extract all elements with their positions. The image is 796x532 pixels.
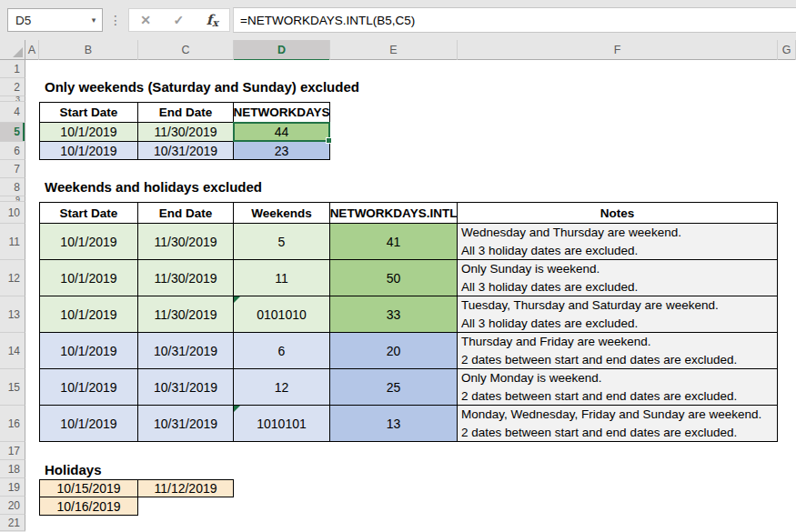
table2-notes[interactable]: Tuesday, Thursday and Saturday are weeke… bbox=[458, 296, 778, 333]
table1-header-0[interactable]: Start Date bbox=[40, 103, 138, 123]
table2-weekends-value[interactable]: 12 bbox=[234, 369, 330, 406]
table2-note-line: 2 dates between start and end dates are … bbox=[458, 424, 777, 442]
formula-text: =NETWORKDAYS.INTL(B5,C5) bbox=[240, 14, 415, 27]
row-header-14[interactable]: 14 bbox=[0, 333, 25, 369]
table2-start-date[interactable]: 10/1/2019 bbox=[40, 406, 138, 442]
table2-header-2[interactable]: Weekends bbox=[234, 203, 330, 224]
name-box[interactable]: D5 ▾ bbox=[7, 8, 103, 32]
table2-networkdays-intl-value[interactable]: 13 bbox=[330, 406, 458, 442]
table2-notes[interactable]: Monday, Wednesday, Friday and Sunday are… bbox=[458, 406, 778, 442]
column-header-D[interactable]: D bbox=[234, 40, 330, 60]
column-header-C[interactable]: C bbox=[138, 40, 234, 60]
empty-cell[interactable] bbox=[138, 497, 234, 516]
table2-weekends-value[interactable]: 1010101 bbox=[234, 406, 330, 442]
table2-end-date[interactable]: 11/30/2019 bbox=[138, 260, 234, 296]
table2-weekends-value[interactable]: 11 bbox=[234, 260, 330, 296]
row-header-2[interactable]: 2 bbox=[0, 78, 25, 96]
table2-end-date[interactable]: 10/31/2019 bbox=[138, 333, 234, 369]
column-header-B[interactable]: B bbox=[39, 40, 138, 60]
table2-notes[interactable]: Only Monday is weekend.2 dates between s… bbox=[458, 369, 778, 406]
table1-header-2[interactable]: NETWORKDAYS bbox=[234, 103, 330, 123]
formula-input[interactable]: =NETWORKDAYS.INTL(B5,C5) bbox=[233, 7, 796, 33]
column-header-G[interactable]: G bbox=[778, 40, 796, 60]
table2-networkdays-intl-value[interactable]: 50 bbox=[330, 260, 458, 296]
holiday-date[interactable]: 10/16/2019 bbox=[40, 497, 138, 516]
table2-header-4[interactable]: Notes bbox=[458, 203, 778, 224]
row-header-13[interactable]: 13 bbox=[0, 296, 25, 333]
enter-icon[interactable]: ✓ bbox=[173, 13, 184, 27]
table2-notes[interactable]: Only Sunday is weekend.All 3 holiday dat… bbox=[458, 260, 778, 296]
column-header-E[interactable]: E bbox=[330, 40, 458, 60]
table1-start-date[interactable]: 10/1/2019 bbox=[40, 123, 138, 142]
column-header-A[interactable]: A bbox=[25, 40, 39, 60]
holiday-date[interactable]: 11/12/2019 bbox=[138, 480, 234, 497]
row-header-10[interactable]: 10 bbox=[0, 202, 25, 224]
section-title-weekends-holidays: Weekends and holidays excluded bbox=[45, 178, 262, 196]
row-header-5[interactable]: 5 bbox=[0, 123, 25, 142]
table2-header-3[interactable]: NETWORKDAYS.INTL bbox=[330, 203, 458, 224]
row-header-12[interactable]: 12 bbox=[0, 260, 25, 296]
table2-weekends-value[interactable]: 0101010 bbox=[234, 296, 330, 333]
table2-note-line: Tuesday, Thursday and Saturday are weeke… bbox=[458, 296, 777, 315]
table1-end-date[interactable]: 11/30/2019 bbox=[138, 123, 234, 142]
networkdays-intl-table: Start DateEnd DateWeekendsNETWORKDAYS.IN… bbox=[39, 202, 778, 442]
table2-note-line: All 3 holiday dates are excluded. bbox=[458, 242, 777, 260]
table1-start-date[interactable]: 10/1/2019 bbox=[40, 142, 138, 160]
table2-header-1[interactable]: End Date bbox=[138, 203, 234, 224]
table2-header-0[interactable]: Start Date bbox=[40, 203, 138, 224]
table2-note-line: Only Sunday is weekend. bbox=[458, 260, 777, 278]
table2-end-date[interactable]: 11/30/2019 bbox=[138, 224, 234, 260]
row-header-20[interactable]: 20 bbox=[0, 497, 25, 515]
table2-weekends-value[interactable]: 5 bbox=[234, 224, 330, 260]
table2-notes[interactable]: Thursday and Friday are weekend.2 dates … bbox=[458, 333, 778, 369]
table1-end-date[interactable]: 10/31/2019 bbox=[138, 142, 234, 160]
formula-bar-chrome: D5 ▾ ⋮ ✕ ✓ fx =NETWORKDAYS.INTL(B5,C5) bbox=[0, 0, 796, 40]
table2-weekends-value[interactable]: 6 bbox=[234, 333, 330, 369]
holidays-title: Holidays bbox=[45, 461, 102, 479]
table1-header-1[interactable]: End Date bbox=[138, 103, 234, 123]
table2-start-date[interactable]: 10/1/2019 bbox=[40, 369, 138, 406]
row-header-21[interactable]: 21 bbox=[0, 515, 25, 531]
holiday-date[interactable]: 10/15/2019 bbox=[40, 480, 138, 497]
row-header-1[interactable]: 1 bbox=[0, 60, 25, 78]
table1-networkdays-value[interactable]: 44 bbox=[234, 123, 330, 142]
selected-cell-border bbox=[233, 122, 330, 142]
table2-networkdays-intl-value[interactable]: 25 bbox=[330, 369, 458, 406]
table2-end-date[interactable]: 10/31/2019 bbox=[138, 406, 234, 442]
table2-end-date[interactable]: 10/31/2019 bbox=[138, 369, 234, 406]
cancel-icon[interactable]: ✕ bbox=[140, 13, 151, 27]
row-header-4[interactable]: 4 bbox=[0, 102, 25, 123]
row-header-19[interactable]: 19 bbox=[0, 478, 25, 497]
table2-networkdays-intl-value[interactable]: 20 bbox=[330, 333, 458, 369]
table2-end-date[interactable]: 11/30/2019 bbox=[138, 296, 234, 333]
table2-start-date[interactable]: 10/1/2019 bbox=[40, 296, 138, 333]
row-header-7[interactable]: 7 bbox=[0, 160, 25, 178]
column-header-F[interactable]: F bbox=[458, 40, 778, 60]
table2-notes[interactable]: Wednesday and Thursday are weekend.All 3… bbox=[458, 224, 778, 260]
column-headers: ABCDEFG bbox=[25, 40, 796, 60]
table2-note-line: All 3 holiday dates are excluded. bbox=[458, 278, 777, 296]
worksheet-area[interactable]: Only weekends (Saturday and Sunday) excl… bbox=[25, 60, 796, 532]
row-headers: 123456789101112131415161718192021 bbox=[0, 60, 25, 532]
formula-bar-separator-icon[interactable]: ⋮ bbox=[109, 8, 122, 32]
table1-networkdays-value[interactable]: 23 bbox=[234, 142, 330, 160]
insert-function-icon[interactable]: fx bbox=[207, 12, 218, 29]
table2-networkdays-intl-value[interactable]: 33 bbox=[330, 296, 458, 333]
row-header-8[interactable]: 8 bbox=[0, 178, 25, 196]
name-box-dropdown-icon[interactable]: ▾ bbox=[86, 15, 102, 25]
row-header-15[interactable]: 15 bbox=[0, 369, 25, 406]
table2-note-line: Wednesday and Thursday are weekend. bbox=[458, 224, 777, 242]
table2-start-date[interactable]: 10/1/2019 bbox=[40, 333, 138, 369]
row-header-18[interactable]: 18 bbox=[0, 460, 25, 478]
table2-note-line: 2 dates between start and end dates are … bbox=[458, 351, 777, 369]
text-as-number-flag-icon bbox=[234, 296, 240, 303]
table2-networkdays-intl-value[interactable]: 41 bbox=[330, 224, 458, 260]
table2-note-line: Thursday and Friday are weekend. bbox=[458, 333, 777, 351]
row-header-11[interactable]: 11 bbox=[0, 224, 25, 260]
table2-start-date[interactable]: 10/1/2019 bbox=[40, 260, 138, 296]
row-header-6[interactable]: 6 bbox=[0, 142, 25, 160]
table2-start-date[interactable]: 10/1/2019 bbox=[40, 224, 138, 260]
row-header-16[interactable]: 16 bbox=[0, 406, 25, 442]
row-header-17[interactable]: 17 bbox=[0, 442, 25, 460]
select-all-button[interactable] bbox=[0, 40, 25, 60]
